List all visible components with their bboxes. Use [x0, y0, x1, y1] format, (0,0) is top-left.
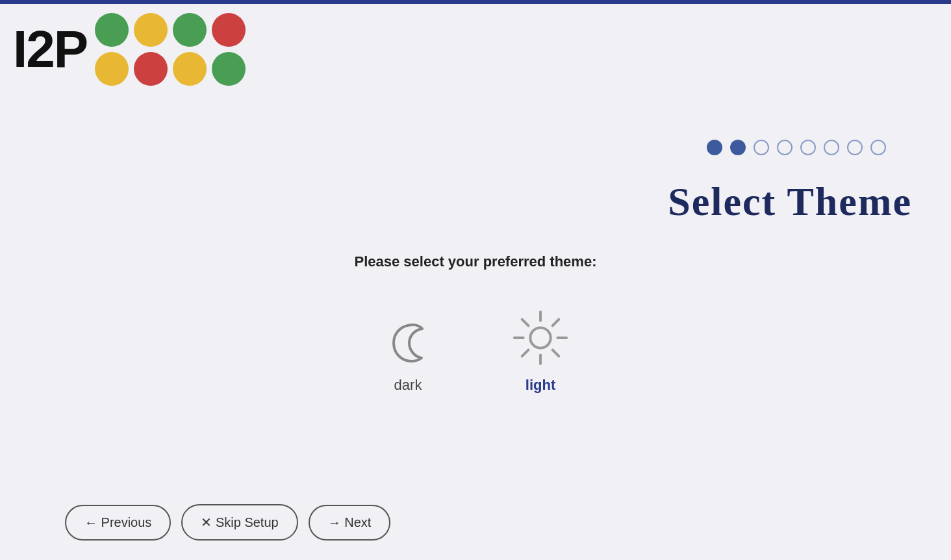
- logo-dot-0: [95, 13, 129, 47]
- sun-icon: [512, 309, 569, 366]
- progress-dot-0: [707, 140, 722, 155]
- svg-line-7: [553, 320, 559, 326]
- next-button[interactable]: → Next: [309, 505, 391, 541]
- progress-dot-5: [824, 140, 839, 155]
- page-title: Select Theme: [668, 179, 912, 225]
- theme-options: dark light: [382, 309, 569, 394]
- light-theme-option[interactable]: light: [512, 309, 569, 394]
- progress-dot-4: [800, 140, 816, 155]
- bottom-nav: ← Previous ✕ Skip Setup → Next: [65, 504, 390, 541]
- skip-setup-button[interactable]: ✕ Skip Setup: [181, 504, 298, 541]
- svg-line-5: [522, 320, 529, 326]
- logo-dot-1: [134, 13, 168, 47]
- progress-dots: [707, 140, 886, 155]
- progress-dot-3: [777, 140, 792, 155]
- svg-line-8: [522, 350, 529, 357]
- dark-theme-option[interactable]: dark: [382, 314, 434, 394]
- progress-dot-6: [847, 140, 863, 155]
- logo-dot-3: [212, 13, 246, 47]
- logo-dot-6: [173, 52, 207, 86]
- subtitle: Please select your preferred theme:: [355, 253, 597, 270]
- progress-dot-1: [730, 140, 746, 155]
- logo-text: I2P: [13, 23, 87, 75]
- logo-dot-7: [212, 52, 246, 86]
- progress-dot-7: [870, 140, 886, 155]
- top-border: [0, 0, 951, 4]
- logo-dot-4: [95, 52, 129, 86]
- logo-dot-5: [134, 52, 168, 86]
- progress-dot-2: [754, 140, 769, 155]
- light-theme-label: light: [526, 377, 555, 394]
- logo-dots: [95, 13, 246, 86]
- logo-area: I2P: [13, 13, 246, 86]
- previous-button[interactable]: ← Previous: [65, 505, 171, 541]
- main-content: Please select your preferred theme: dark: [0, 253, 951, 394]
- logo-dot-2: [173, 13, 207, 47]
- svg-line-6: [553, 350, 559, 357]
- svg-point-0: [530, 327, 550, 348]
- moon-icon: [382, 314, 434, 366]
- dark-theme-label: dark: [394, 377, 422, 394]
